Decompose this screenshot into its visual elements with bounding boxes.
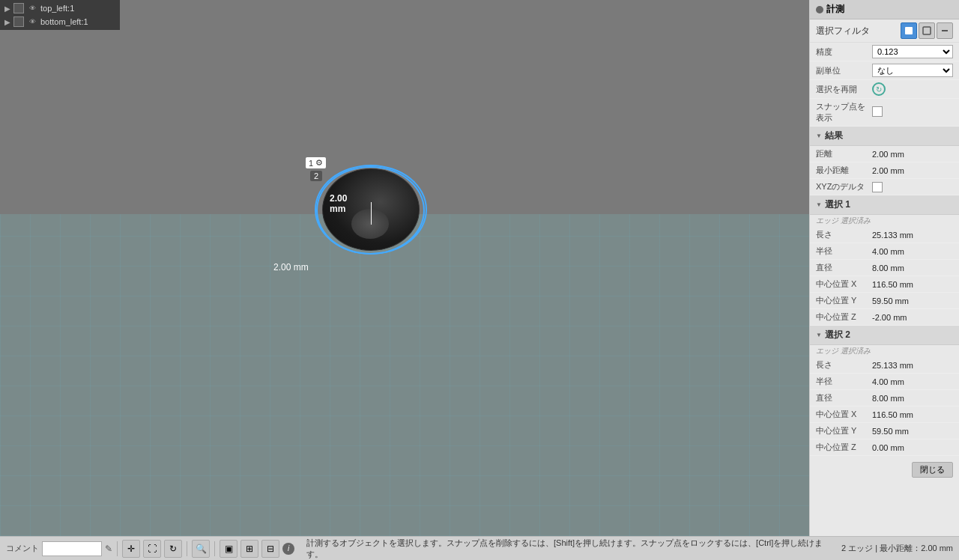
viewport: ▶ 👁 top_left:1 ▶ 👁 bottom_left:1	[0, 0, 809, 536]
filter-solid-btn[interactable]	[901, 22, 917, 39]
snap-checkbox[interactable]	[872, 106, 883, 117]
selection-badge-2: 2	[310, 171, 322, 181]
rad1-value: 4.00 mm	[872, 247, 904, 256]
tree-label-bottom-left: bottom_left:1	[40, 17, 88, 26]
cx2-row: 中心位置 X 116.50 mm	[810, 407, 959, 423]
distance-value: 2.00 mm	[872, 150, 904, 159]
subunit-row: 副単位 なし	[810, 61, 959, 80]
main-area: ▶ 👁 top_left:1 ▶ 👁 bottom_left:1	[0, 0, 959, 536]
cy1-label: 中心位置 Y	[816, 295, 872, 306]
tree-item-bottom-left[interactable]: ▶ 👁 bottom_left:1	[0, 15, 120, 28]
selection2-arrow: ▼	[816, 332, 822, 338]
precision-select[interactable]: 0.123 0.12 0.1	[872, 45, 953, 58]
dimension-line	[371, 202, 372, 225]
len1-label: 長さ	[816, 229, 872, 240]
cy1-value: 59.50 mm	[872, 296, 909, 305]
cx1-row: 中心位置 X 116.50 mm	[810, 276, 959, 293]
xyz-checkbox[interactable]	[872, 182, 883, 192]
dimension-label-left: 2.00 mm	[273, 262, 309, 273]
tree-item-top-left[interactable]: ▶ 👁 top_left:1	[0, 1, 120, 15]
len2-value: 25.133 mm	[872, 361, 913, 370]
dia1-label: 直径	[816, 262, 872, 273]
cx2-value: 116.50 mm	[872, 410, 913, 419]
filter-label: 選択フィルタ	[816, 25, 898, 37]
dia2-label: 直径	[816, 392, 872, 404]
tree-icon-box	[13, 3, 24, 13]
snap-value	[872, 106, 953, 119]
selection2-section-header[interactable]: ▼ 選択 2	[810, 326, 959, 345]
tree-label-top-left: top_left:1	[40, 4, 74, 13]
separator-2	[187, 541, 187, 556]
gear-icon-badge[interactable]: ⚙	[315, 158, 323, 168]
rad2-label: 半径	[816, 376, 872, 387]
status-right: 2 エッジ | 最小距離：2.00 mm	[841, 543, 953, 554]
dia2-row: 直径 8.00 mm	[810, 390, 959, 407]
tool-view2-btn[interactable]: ⊞	[240, 540, 258, 558]
comment-label: コメント	[6, 543, 39, 554]
tool-view3-btn[interactable]: ⊟	[261, 540, 279, 558]
subunit-value: なし	[872, 64, 953, 77]
cz2-row: 中心位置 Z 0.00 mm	[810, 439, 959, 456]
panel-dot	[816, 6, 823, 13]
separator-1	[117, 541, 118, 556]
refresh-icon[interactable]: ↻	[872, 82, 886, 96]
bottom-bar: コメント ✎ ✛ ⛶ ↻ 🔍 ▣ ⊞ ⊟ i 計測するオブジェクトを選択します。…	[0, 536, 959, 560]
results-section-header[interactable]: ▼ 結果	[810, 127, 959, 146]
filter-icons	[901, 22, 953, 39]
dia1-row: 直径 8.00 mm	[810, 260, 959, 276]
cy2-value: 59.50 mm	[872, 427, 909, 436]
precision-value: 0.123 0.12 0.1	[872, 45, 953, 58]
tool-pan-btn[interactable]: ⛶	[143, 540, 161, 558]
min-distance-row: 最小距離 2.00 mm	[810, 162, 959, 179]
cy2-label: 中心位置 Y	[816, 425, 872, 436]
filter-surface-btn[interactable]	[919, 22, 935, 39]
panel-header: 計測	[810, 0, 959, 19]
cy1-row: 中心位置 Y 59.50 mm	[810, 293, 959, 309]
tool-cursor-btn[interactable]: ✛	[122, 540, 140, 558]
precision-row: 精度 0.123 0.12 0.1	[810, 43, 959, 61]
tree-icon-box-2	[13, 16, 24, 27]
cz2-value: 0.00 mm	[872, 443, 904, 452]
panel-title: 計測	[826, 3, 844, 16]
tool-rotate-btn[interactable]: ↻	[164, 540, 182, 558]
filter-edge-btn[interactable]	[937, 22, 953, 39]
edge-selected-2: エッジ 選択済み	[810, 345, 959, 357]
grid-background	[0, 214, 809, 536]
reselect-label: 選択を再開	[816, 84, 872, 95]
tree-icon-eye: 👁	[27, 3, 37, 13]
cz1-label: 中心位置 Z	[816, 311, 872, 323]
tool-view1-btn[interactable]: ▣	[220, 540, 238, 558]
subunit-select[interactable]: なし	[872, 64, 953, 77]
cz1-value: -2.00 mm	[872, 313, 907, 322]
cx2-label: 中心位置 X	[816, 409, 872, 420]
subunit-label: 副単位	[816, 65, 872, 76]
reselect-row: 選択を再開 ↻	[810, 80, 959, 99]
tool-zoom-btn[interactable]: 🔍	[192, 540, 210, 558]
tree-panel: ▶ 👁 top_left:1 ▶ 👁 bottom_left:1	[0, 0, 120, 30]
selection1-section-header[interactable]: ▼ 選択 1	[810, 195, 959, 215]
len1-row: 長さ 25.133 mm	[810, 227, 959, 243]
len2-label: 長さ	[816, 359, 872, 371]
cx1-value: 116.50 mm	[872, 280, 913, 289]
comment-input[interactable]	[42, 541, 102, 556]
dimension-label-center: 2.00 mm	[330, 193, 347, 214]
filter-row: 選択フィルタ	[810, 19, 959, 43]
min-distance-label: 最小距離	[816, 165, 872, 176]
min-distance-value: 2.00 mm	[872, 166, 904, 175]
app-container: ▶ 👁 top_left:1 ▶ 👁 bottom_left:1	[0, 0, 959, 560]
selection1-title: 選択 1	[825, 198, 850, 211]
info-icon: i	[282, 543, 294, 555]
selection1-arrow: ▼	[816, 201, 822, 208]
badge-2-text: 2	[314, 171, 318, 180]
dia1-value: 8.00 mm	[872, 264, 904, 273]
close-button[interactable]: 閉じる	[912, 462, 953, 478]
comment-icon[interactable]: ✎	[105, 544, 112, 554]
svg-rect-1	[923, 27, 931, 34]
len2-row: 長さ 25.133 mm	[810, 357, 959, 374]
tree-icon-eye-2: 👁	[27, 16, 37, 27]
cz2-label: 中心位置 Z	[816, 442, 872, 453]
snap-label: スナップ点を表示	[816, 101, 872, 124]
snap-row: スナップ点を表示	[810, 99, 959, 127]
xyz-label: XYZのデルタ	[816, 181, 872, 192]
tree-arrow: ▶	[4, 4, 10, 13]
